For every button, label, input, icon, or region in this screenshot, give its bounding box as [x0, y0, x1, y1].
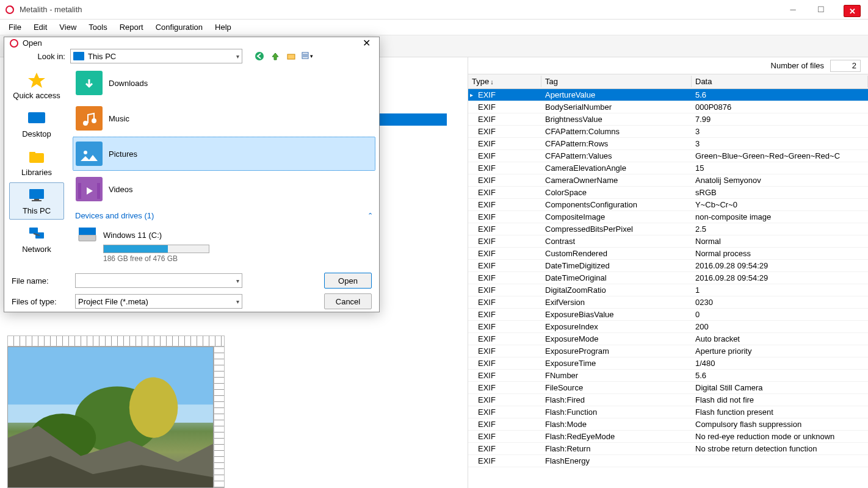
filename-input[interactable]: ▾ [75, 273, 242, 288]
panel-close-button[interactable]: ✕ [844, 5, 861, 17]
menu-help[interactable]: Help [209, 20, 237, 34]
svg-rect-24 [34, 199, 39, 200]
metadata-table[interactable]: Type↓ Tag Data ▸EXIFApertureValue5.6EXIF… [468, 74, 868, 488]
cell-tag: CFAPattern:Values [541, 151, 692, 161]
metadata-row[interactable]: EXIFFlash:ReturnNo strobe return detecti… [468, 443, 868, 455]
chevron-down-icon: ▾ [236, 298, 239, 305]
metadata-row[interactable]: EXIFCFAPattern:Rows3 [468, 138, 868, 150]
metadata-row[interactable]: EXIFCompressedBitsPerPixel2.5 [468, 223, 868, 235]
svg-rect-36 [78, 183, 81, 199]
lookin-label: Look in: [10, 52, 65, 61]
col-data[interactable]: Data [692, 76, 868, 87]
metadata-row[interactable]: EXIFExposureModeAuto bracket [468, 333, 868, 345]
chevron-down-icon: ▾ [236, 278, 239, 284]
metadata-row[interactable]: ▸EXIFApertureValue5.6 [468, 89, 868, 101]
metadata-row[interactable]: EXIFDateTimeDigitized2016.09.28 09:54:29 [468, 260, 868, 272]
metadata-row[interactable]: EXIFBodySerialNumber000P0876 [468, 101, 868, 113]
dialog-icon [9, 38, 19, 48]
cell-data: 2016.09.28 09:54:29 [692, 273, 868, 283]
metadata-row[interactable]: EXIFComponentsConfigurationY~Cb~Cr~0 [468, 199, 868, 211]
cell-type: EXIF [474, 163, 541, 173]
metadata-row[interactable]: EXIFBrightnessValue7.99 [468, 113, 868, 126]
sort-indicator-icon: ↓ [490, 78, 494, 85]
drive-c[interactable]: Windows 11 (C:) 186 GB free of 476 GB [73, 224, 375, 265]
view-menu-icon[interactable]: ▾ [301, 50, 313, 62]
files-count-value: 2 [830, 60, 861, 72]
cell-tag: FileSource [541, 382, 692, 393]
cell-type: EXIF [474, 187, 541, 198]
dialog-file-list[interactable]: Downloads Music Pictures Videos Devices … [69, 63, 379, 268]
metadata-row[interactable]: EXIFFlash:FunctionFlash function present [468, 406, 868, 418]
cell-tag: FNumber [541, 370, 692, 381]
cell-data: Auto bracket [692, 334, 868, 344]
network-icon [26, 225, 48, 242]
cell-type: EXIF [474, 407, 541, 417]
cell-tag: ExposureTime [541, 358, 692, 368]
metadata-row[interactable]: EXIFExposureProgramAperture priority [468, 345, 868, 357]
cell-data: 200 [692, 321, 868, 332]
col-type[interactable]: Type↓ [468, 76, 541, 87]
menu-edit[interactable]: Edit [27, 20, 53, 34]
menu-view[interactable]: View [53, 20, 82, 34]
folder-music[interactable]: Music [73, 101, 375, 135]
cell-type: EXIF [474, 321, 541, 332]
sidebar-desktop[interactable]: Desktop [9, 106, 64, 143]
metadata-row[interactable]: EXIFDigitalZoomRatio1 [468, 284, 868, 296]
open-button[interactable]: Open [324, 273, 372, 289]
folder-pictures[interactable]: Pictures [73, 137, 375, 171]
cell-data: 0230 [692, 297, 868, 307]
sidebar-network[interactable]: Network [9, 221, 64, 258]
metadata-row[interactable]: EXIFColorSpacesRGB [468, 187, 868, 199]
metadata-row[interactable]: EXIFExposureTime1/480 [468, 357, 868, 370]
metadata-row[interactable]: EXIFCompositeImagenon-composite image [468, 211, 868, 223]
cell-data: sRGB [692, 187, 868, 198]
cell-tag: Flash:Fired [541, 395, 692, 405]
metadata-row[interactable]: EXIFFileSourceDigital Still Camera [468, 382, 868, 394]
metadata-row[interactable]: EXIFFlashEnergy [468, 455, 868, 467]
dialog-close-button[interactable]: ✕ [359, 37, 374, 49]
metadata-row[interactable]: EXIFCustomRenderedNormal process [468, 248, 868, 260]
filetype-dropdown[interactable]: Project File (*.meta) ▾ [75, 294, 242, 309]
devices-drives-header[interactable]: Devices and drives (1) ⌃ [73, 207, 375, 224]
cell-tag: CFAPattern:Rows [541, 138, 692, 149]
new-folder-icon[interactable] [285, 50, 297, 62]
cell-data: 1/480 [692, 358, 868, 368]
drive-icon [78, 226, 97, 243]
menu-tools[interactable]: Tools [82, 20, 113, 34]
metadata-row[interactable]: EXIFFNumber5.6 [468, 370, 868, 382]
sidebar-libraries[interactable]: Libraries [9, 144, 64, 181]
cell-data: 5.6 [692, 90, 868, 100]
menu-file[interactable]: File [2, 20, 27, 34]
cell-data: Compulsory flash suppression [692, 419, 868, 429]
metadata-row[interactable]: EXIFExposureIndex200 [468, 321, 868, 333]
libraries-icon [26, 148, 48, 165]
metadata-row[interactable]: EXIFExifVersion0230 [468, 296, 868, 309]
folder-videos[interactable]: Videos [73, 172, 375, 206]
menu-report[interactable]: Report [114, 20, 150, 34]
metadata-row[interactable]: EXIFExposureBiasValue0 [468, 309, 868, 321]
folder-downloads[interactable]: Downloads [73, 66, 375, 100]
metadata-row[interactable]: EXIFFlash:RedEyeModeNo red-eye reduction… [468, 431, 868, 443]
metadata-row[interactable]: EXIFFlash:ModeCompulsory flash suppressi… [468, 418, 868, 431]
back-icon[interactable] [253, 50, 266, 62]
metadata-row[interactable]: EXIFFlash:FiredFlash did not fire [468, 394, 868, 406]
cell-data: Aperture priority [692, 346, 868, 356]
maximize-button[interactable]: ☐ [807, 0, 835, 20]
sidebar-quick-access[interactable]: Quick access [9, 67, 64, 104]
metadata-row[interactable]: EXIFCFAPattern:ValuesGreen~Blue~Green~Re… [468, 150, 868, 162]
cancel-button[interactable]: Cancel [324, 293, 372, 309]
cell-data: Flash function present [692, 407, 868, 417]
cell-data: non-composite image [692, 212, 868, 222]
metadata-row[interactable]: EXIFCameraOwnerNameAnatolij Semyonov [468, 174, 868, 187]
metadata-row[interactable]: EXIFCameraElevationAngle15 [468, 162, 868, 174]
up-icon[interactable] [269, 50, 281, 62]
metadata-row[interactable]: EXIFCFAPattern:Columns3 [468, 126, 868, 138]
menu-configuration[interactable]: Configuration [150, 20, 209, 34]
metadata-row[interactable]: EXIFContrastNormal [468, 235, 868, 248]
col-tag[interactable]: Tag [541, 76, 692, 87]
lookin-dropdown[interactable]: This PC ▾ [70, 49, 242, 63]
minimize-button[interactable]: ─ [779, 0, 807, 20]
metadata-row[interactable]: EXIFDateTimeOriginal2016.09.28 09:54:29 [468, 272, 868, 284]
sidebar-this-pc[interactable]: This PC [9, 182, 64, 220]
svg-rect-40 [87, 228, 96, 235]
